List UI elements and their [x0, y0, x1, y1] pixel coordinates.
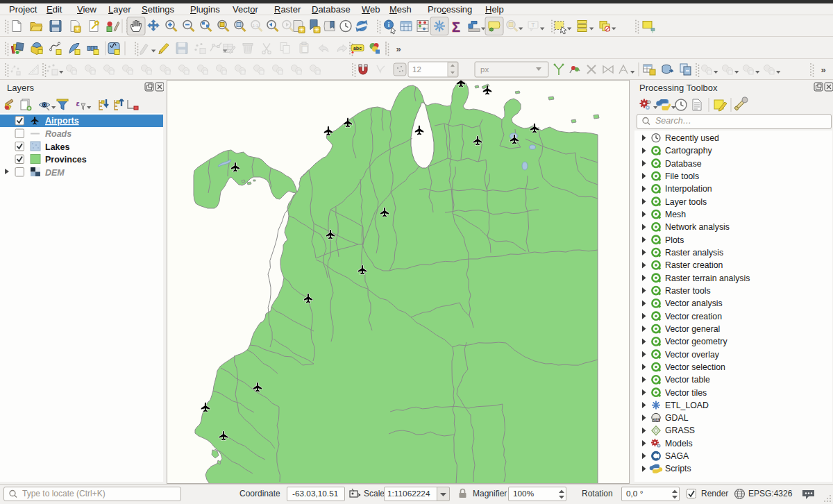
svg-text:px: px — [480, 65, 489, 74]
svg-text:Plots: Plots — [665, 235, 684, 245]
svg-text:SAGA: SAGA — [665, 451, 689, 461]
svg-text:GDAL: GDAL — [665, 413, 689, 423]
svg-text:Scripts: Scripts — [665, 464, 691, 473]
svg-text:Raster tools: Raster tools — [665, 286, 711, 296]
svg-text:T: T — [531, 22, 535, 28]
svg-text:»: » — [821, 65, 825, 75]
svg-text:Vector geometry: Vector geometry — [665, 337, 727, 346]
svg-text:Vector table: Vector table — [665, 375, 710, 385]
svg-text:abc: abc — [353, 46, 362, 51]
svg-text:»: » — [396, 44, 401, 54]
svg-text:Σ: Σ — [452, 19, 460, 35]
svg-text:Cartography: Cartography — [665, 146, 713, 156]
svg-text:12: 12 — [412, 65, 421, 74]
svg-text:✳: ✳ — [314, 26, 320, 33]
svg-text:1:1: 1:1 — [253, 24, 259, 28]
svg-text:DEM: DEM — [45, 168, 65, 178]
svg-text:Roads: Roads — [45, 129, 71, 139]
svg-text:Vector analysis: Vector analysis — [665, 299, 723, 308]
svg-text:Vector selection: Vector selection — [665, 362, 725, 372]
svg-text:Interpolation: Interpolation — [665, 184, 712, 194]
svg-text:GDAL: GDAL — [652, 419, 661, 422]
svg-text:Layer tools: Layer tools — [665, 197, 707, 207]
svg-text:Raster analysis: Raster analysis — [665, 248, 723, 258]
svg-text:Raster creation: Raster creation — [665, 260, 723, 270]
svg-text:Vector overlay: Vector overlay — [665, 350, 720, 360]
svg-text:GRASS: GRASS — [665, 426, 695, 435]
svg-text:Mesh: Mesh — [665, 210, 686, 219]
svg-text:Database: Database — [665, 159, 702, 169]
svg-text:✳: ✳ — [75, 26, 81, 33]
svg-text:i: i — [388, 22, 390, 28]
svg-text:File tools: File tools — [665, 171, 699, 181]
svg-text:Raster terrain analysis: Raster terrain analysis — [665, 274, 750, 283]
svg-text:Vector general: Vector general — [665, 324, 720, 334]
svg-text:Lakes: Lakes — [45, 142, 69, 152]
svg-text:Models: Models — [665, 439, 693, 448]
svg-text:Recently used: Recently used — [665, 133, 719, 143]
svg-text:Vector tiles: Vector tiles — [665, 388, 707, 398]
svg-text:Airports: Airports — [45, 116, 79, 126]
svg-text:Provinces: Provinces — [45, 155, 87, 165]
svg-text:✳: ✳ — [299, 26, 305, 33]
svg-text:ε: ε — [76, 99, 80, 108]
svg-text:ETL_LOAD: ETL_LOAD — [665, 401, 709, 410]
svg-text:Vector creation: Vector creation — [665, 312, 722, 321]
svg-text:Network analysis: Network analysis — [665, 222, 730, 232]
